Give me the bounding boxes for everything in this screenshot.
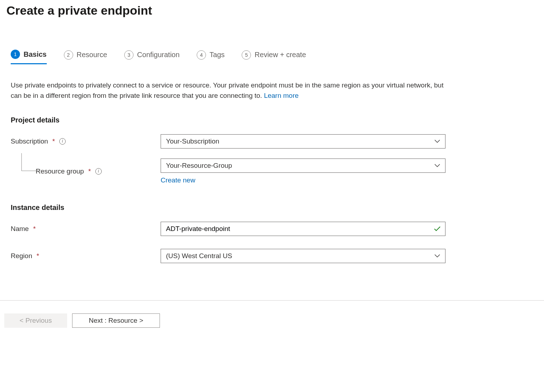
required-asterisk: * <box>36 252 39 260</box>
tab-resource[interactable]: 2 Resource <box>64 50 107 64</box>
row-region: Region * (US) West Central US <box>11 249 533 263</box>
checkmark-icon <box>434 226 441 232</box>
tree-connector-icon <box>21 153 39 171</box>
chevron-down-icon <box>434 254 440 258</box>
page-title: Create a private endpoint <box>0 0 544 17</box>
tab-basics[interactable]: 1 Basics <box>11 50 47 64</box>
region-value: (US) West Central US <box>166 252 232 260</box>
label-name: Name * <box>11 225 161 233</box>
tab-label-review-create: Review + create <box>255 51 306 59</box>
tab-label-basics: Basics <box>24 50 47 59</box>
create-new-link[interactable]: Create new <box>161 176 195 184</box>
name-input[interactable] <box>161 222 445 236</box>
tab-label-tags: Tags <box>210 51 225 59</box>
tab-number-5: 5 <box>242 50 251 60</box>
row-name: Name * <box>11 222 533 236</box>
description-text: Use private endpoints to privately conne… <box>11 80 450 101</box>
description-body: Use private endpoints to privately conne… <box>11 81 443 99</box>
row-subscription: Subscription * i Your-Subscription <box>11 134 533 149</box>
subscription-select[interactable]: Your-Subscription <box>161 134 445 149</box>
name-label-text: Name <box>11 225 29 233</box>
chevron-down-icon <box>434 140 440 143</box>
resource-group-label-text: Resource group <box>36 167 84 175</box>
resource-group-value: Your-Resource-Group <box>166 162 232 170</box>
section-title-instance-details: Instance details <box>11 203 533 212</box>
required-asterisk: * <box>88 167 91 175</box>
tab-label-resource: Resource <box>77 51 107 59</box>
region-select[interactable]: (US) West Central US <box>161 249 445 263</box>
label-subscription: Subscription * i <box>11 137 161 145</box>
region-label-text: Region <box>11 252 32 260</box>
next-button[interactable]: Next : Resource > <box>72 313 160 328</box>
tab-tags[interactable]: 4 Tags <box>197 50 225 64</box>
subscription-label-text: Subscription <box>11 137 48 145</box>
learn-more-link[interactable]: Learn more <box>264 92 298 99</box>
row-resource-group: Resource group * i Your-Resource-Group C… <box>11 159 533 184</box>
info-icon[interactable]: i <box>59 138 66 145</box>
tab-label-configuration: Configuration <box>137 51 180 59</box>
footer-buttons: < Previous Next : Resource > <box>0 300 544 328</box>
label-resource-group: Resource group * i <box>11 167 161 175</box>
tab-configuration[interactable]: 3 Configuration <box>124 50 180 64</box>
name-input-field[interactable] <box>166 225 429 233</box>
wizard-tabs: 1 Basics 2 Resource 3 Configuration 4 Ta… <box>11 50 533 64</box>
subscription-value: Your-Subscription <box>166 137 219 145</box>
tab-number-1: 1 <box>11 50 20 59</box>
tab-number-2: 2 <box>64 50 73 60</box>
resource-group-select[interactable]: Your-Resource-Group <box>161 159 445 173</box>
required-asterisk: * <box>52 137 55 145</box>
tab-number-3: 3 <box>124 50 134 60</box>
tab-review-create[interactable]: 5 Review + create <box>242 50 306 64</box>
required-asterisk: * <box>33 225 36 233</box>
label-region: Region * <box>11 252 161 260</box>
previous-button: < Previous <box>4 313 67 328</box>
info-icon[interactable]: i <box>95 168 102 175</box>
chevron-down-icon <box>434 164 440 167</box>
tab-number-4: 4 <box>197 50 206 60</box>
section-title-project-details: Project details <box>11 116 533 124</box>
